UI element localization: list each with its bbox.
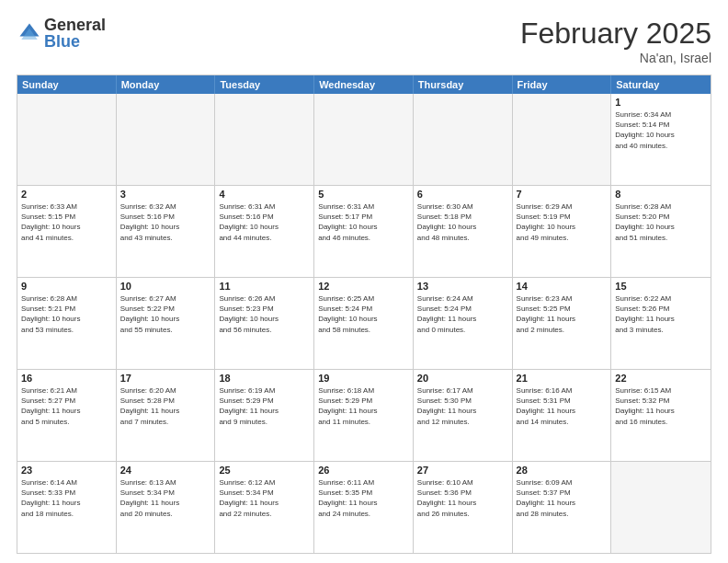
day-info: Sunrise: 6:30 AM Sunset: 5:18 PM Dayligh…: [417, 201, 508, 243]
day-info: Sunrise: 6:09 AM Sunset: 5:37 PM Dayligh…: [517, 477, 608, 519]
calendar-day-cell: 19Sunrise: 6:18 AM Sunset: 5:29 PM Dayli…: [314, 370, 414, 461]
calendar-day-cell: 23Sunrise: 6:14 AM Sunset: 5:33 PM Dayli…: [17, 462, 117, 553]
day-number: 12: [318, 281, 409, 292]
calendar-day-cell: 3Sunrise: 6:32 AM Sunset: 5:16 PM Daylig…: [117, 186, 216, 277]
calendar-day-cell: 28Sunrise: 6:09 AM Sunset: 5:37 PM Dayli…: [513, 462, 612, 553]
calendar-day-cell: 7Sunrise: 6:29 AM Sunset: 5:19 PM Daylig…: [513, 186, 612, 277]
header: General Blue February 2025 Na'an, Israel: [17, 17, 711, 65]
day-number: 13: [417, 281, 508, 292]
day-info: Sunrise: 6:26 AM Sunset: 5:23 PM Dayligh…: [219, 293, 310, 335]
day-info: Sunrise: 6:17 AM Sunset: 5:30 PM Dayligh…: [417, 385, 508, 427]
calendar-day-cell: 26Sunrise: 6:11 AM Sunset: 5:35 PM Dayli…: [314, 462, 414, 553]
day-info: Sunrise: 6:20 AM Sunset: 5:28 PM Dayligh…: [120, 385, 211, 427]
day-info: Sunrise: 6:28 AM Sunset: 5:20 PM Dayligh…: [615, 201, 707, 243]
title-block: February 2025 Na'an, Israel: [520, 17, 711, 65]
day-info: Sunrise: 6:19 AM Sunset: 5:29 PM Dayligh…: [219, 385, 310, 427]
day-info: Sunrise: 6:31 AM Sunset: 5:17 PM Dayligh…: [318, 201, 409, 243]
calendar-body: 1Sunrise: 6:34 AM Sunset: 5:14 PM Daylig…: [17, 94, 711, 553]
day-info: Sunrise: 6:10 AM Sunset: 5:36 PM Dayligh…: [417, 477, 508, 519]
day-number: 20: [417, 373, 508, 384]
day-number: 26: [318, 465, 409, 476]
day-info: Sunrise: 6:16 AM Sunset: 5:31 PM Dayligh…: [517, 385, 608, 427]
day-info: Sunrise: 6:28 AM Sunset: 5:21 PM Dayligh…: [21, 293, 112, 335]
day-info: Sunrise: 6:14 AM Sunset: 5:33 PM Dayligh…: [21, 477, 112, 519]
calendar-day-cell: 8Sunrise: 6:28 AM Sunset: 5:20 PM Daylig…: [611, 186, 711, 277]
day-number: 18: [219, 373, 310, 384]
calendar-day-cell: 2Sunrise: 6:33 AM Sunset: 5:15 PM Daylig…: [17, 186, 117, 277]
day-number: 19: [318, 373, 409, 384]
day-number: 5: [318, 189, 409, 200]
calendar-header-day: Wednesday: [314, 75, 414, 94]
calendar-day-cell: 21Sunrise: 6:16 AM Sunset: 5:31 PM Dayli…: [513, 370, 612, 461]
day-number: 22: [615, 373, 707, 384]
logo-blue: Blue: [44, 33, 106, 50]
calendar-day-cell: 10Sunrise: 6:27 AM Sunset: 5:22 PM Dayli…: [117, 278, 216, 369]
day-info: Sunrise: 6:12 AM Sunset: 5:34 PM Dayligh…: [219, 477, 310, 519]
calendar-day-cell: 25Sunrise: 6:12 AM Sunset: 5:34 PM Dayli…: [215, 462, 314, 553]
day-number: 14: [517, 281, 608, 292]
calendar-header-day: Sunday: [17, 75, 117, 94]
month-title: February 2025: [520, 17, 711, 51]
logo-general: General: [44, 17, 106, 33]
logo-icon: [17, 20, 42, 46]
calendar-week-row: 23Sunrise: 6:14 AM Sunset: 5:33 PM Dayli…: [17, 461, 711, 553]
day-info: Sunrise: 6:11 AM Sunset: 5:35 PM Dayligh…: [318, 477, 409, 519]
day-info: Sunrise: 6:23 AM Sunset: 5:25 PM Dayligh…: [517, 293, 608, 335]
calendar-week-row: 1Sunrise: 6:34 AM Sunset: 5:14 PM Daylig…: [17, 94, 711, 185]
day-number: 10: [120, 281, 211, 292]
calendar-week-row: 16Sunrise: 6:21 AM Sunset: 5:27 PM Dayli…: [17, 369, 711, 461]
day-number: 27: [417, 465, 508, 476]
calendar-day-cell: 1Sunrise: 6:34 AM Sunset: 5:14 PM Daylig…: [611, 94, 711, 185]
calendar-week-row: 9Sunrise: 6:28 AM Sunset: 5:21 PM Daylig…: [17, 277, 711, 369]
day-info: Sunrise: 6:31 AM Sunset: 5:16 PM Dayligh…: [219, 201, 310, 243]
calendar-week-row: 2Sunrise: 6:33 AM Sunset: 5:15 PM Daylig…: [17, 185, 711, 277]
calendar-day-cell: 6Sunrise: 6:30 AM Sunset: 5:18 PM Daylig…: [414, 186, 513, 277]
calendar-day-cell: 12Sunrise: 6:25 AM Sunset: 5:24 PM Dayli…: [314, 278, 414, 369]
day-info: Sunrise: 6:32 AM Sunset: 5:16 PM Dayligh…: [120, 201, 211, 243]
day-info: Sunrise: 6:15 AM Sunset: 5:32 PM Dayligh…: [615, 385, 707, 427]
logo: General Blue: [17, 17, 106, 50]
calendar-day-cell: 4Sunrise: 6:31 AM Sunset: 5:16 PM Daylig…: [215, 186, 314, 277]
calendar-day-cell: 5Sunrise: 6:31 AM Sunset: 5:17 PM Daylig…: [314, 186, 414, 277]
calendar-day-cell: 27Sunrise: 6:10 AM Sunset: 5:36 PM Dayli…: [414, 462, 513, 553]
day-info: Sunrise: 6:33 AM Sunset: 5:15 PM Dayligh…: [21, 201, 112, 243]
day-number: 15: [615, 281, 707, 292]
day-info: Sunrise: 6:24 AM Sunset: 5:24 PM Dayligh…: [417, 293, 508, 335]
calendar-header-day: Tuesday: [215, 75, 314, 94]
calendar-day-cell: 15Sunrise: 6:22 AM Sunset: 5:26 PM Dayli…: [611, 278, 711, 369]
calendar-header-day: Monday: [117, 75, 216, 94]
day-number: 4: [219, 189, 310, 200]
day-number: 23: [21, 465, 112, 476]
day-info: Sunrise: 6:27 AM Sunset: 5:22 PM Dayligh…: [120, 293, 211, 335]
day-info: Sunrise: 6:22 AM Sunset: 5:26 PM Dayligh…: [615, 293, 707, 335]
calendar-header-day: Thursday: [414, 75, 513, 94]
calendar-day-cell: [314, 94, 414, 185]
day-number: 28: [517, 465, 608, 476]
day-number: 25: [219, 465, 310, 476]
calendar-day-cell: [611, 462, 711, 553]
calendar-day-cell: 16Sunrise: 6:21 AM Sunset: 5:27 PM Dayli…: [17, 370, 117, 461]
calendar-day-cell: 24Sunrise: 6:13 AM Sunset: 5:34 PM Dayli…: [117, 462, 216, 553]
day-info: Sunrise: 6:29 AM Sunset: 5:19 PM Dayligh…: [517, 201, 608, 243]
calendar-day-cell: 9Sunrise: 6:28 AM Sunset: 5:21 PM Daylig…: [17, 278, 117, 369]
day-number: 1: [615, 97, 707, 108]
day-number: 3: [120, 189, 211, 200]
day-info: Sunrise: 6:21 AM Sunset: 5:27 PM Dayligh…: [21, 385, 112, 427]
calendar-day-cell: 14Sunrise: 6:23 AM Sunset: 5:25 PM Dayli…: [513, 278, 612, 369]
day-number: 7: [517, 189, 608, 200]
day-info: Sunrise: 6:13 AM Sunset: 5:34 PM Dayligh…: [120, 477, 211, 519]
calendar-day-cell: 13Sunrise: 6:24 AM Sunset: 5:24 PM Dayli…: [414, 278, 513, 369]
day-number: 21: [517, 373, 608, 384]
day-number: 16: [21, 373, 112, 384]
day-number: 6: [417, 189, 508, 200]
calendar-header: SundayMondayTuesdayWednesdayThursdayFrid…: [17, 75, 711, 94]
calendar-day-cell: [513, 94, 612, 185]
day-info: Sunrise: 6:25 AM Sunset: 5:24 PM Dayligh…: [318, 293, 409, 335]
calendar-day-cell: [117, 94, 216, 185]
calendar: SundayMondayTuesdayWednesdayThursdayFrid…: [17, 75, 711, 554]
calendar-day-cell: [414, 94, 513, 185]
day-number: 8: [615, 189, 707, 200]
calendar-day-cell: 18Sunrise: 6:19 AM Sunset: 5:29 PM Dayli…: [215, 370, 314, 461]
calendar-day-cell: 22Sunrise: 6:15 AM Sunset: 5:32 PM Dayli…: [611, 370, 711, 461]
calendar-header-day: Friday: [513, 75, 612, 94]
